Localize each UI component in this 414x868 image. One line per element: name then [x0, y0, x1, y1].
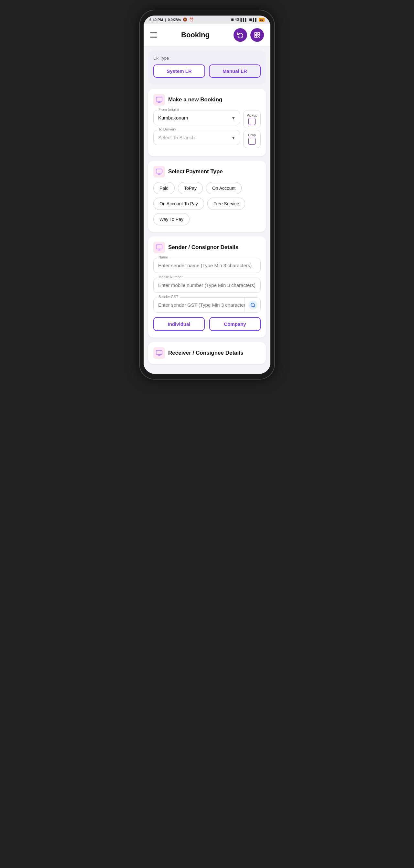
sender-section-header: Sender / Consignor Details: [153, 242, 261, 253]
booking-section-header: Make a new Booking: [153, 94, 261, 105]
payment-paid-button[interactable]: Paid: [153, 182, 175, 194]
status-bar: 6:40 PM | 0.0KB/s 🔕 ⏰ ▣ 4G ▌▌▌ ▣ ▌▌ 39: [144, 16, 270, 24]
status-left: 6:40 PM | 0.0KB/s 🔕 ⏰: [149, 18, 194, 22]
svg-rect-16: [156, 350, 162, 355]
refresh-button[interactable]: [234, 28, 247, 42]
svg-rect-5: [156, 97, 162, 101]
from-field-row: From (origin) Kumbakonam ▼ Pickup: [153, 110, 261, 130]
booking-section-title: Make a new Booking: [168, 96, 222, 103]
svg-rect-2: [255, 36, 257, 37]
sim2-icon: ▣: [249, 18, 252, 21]
sender-section-title: Sender / Consignor Details: [168, 244, 238, 251]
booking-section: Make a new Booking From (origin) Kumbako…: [148, 89, 266, 156]
payment-freeservice-button[interactable]: Free Service: [207, 197, 245, 210]
header-actions: [234, 28, 264, 42]
hamburger-line-3: [150, 37, 157, 37]
manual-lr-button[interactable]: Manual LR: [209, 64, 261, 78]
status-time: 6:40 PM: [149, 18, 163, 22]
sender-mobile-wrapper: Mobile Number: [153, 278, 261, 293]
status-speed: 0.0KB/s: [168, 18, 181, 22]
pickup-checkbox-inner: [248, 118, 255, 125]
company-button[interactable]: Company: [209, 317, 261, 331]
from-origin-select[interactable]: Kumbakonam: [153, 110, 240, 125]
to-delivery-select[interactable]: Select To Branch: [153, 130, 240, 145]
payment-waytopay-button[interactable]: Way To Pay: [153, 213, 189, 225]
pickup-checkbox[interactable]: Pickup: [243, 110, 261, 128]
svg-rect-8: [156, 169, 162, 173]
sender-mobile-label: Mobile Number: [157, 275, 184, 279]
phone-screen: 6:40 PM | 0.0KB/s 🔕 ⏰ ▣ 4G ▌▌▌ ▣ ▌▌ 39: [144, 16, 270, 374]
phone-shell: 6:40 PM | 0.0KB/s 🔕 ⏰ ▣ 4G ▌▌▌ ▣ ▌▌ 39: [139, 10, 275, 380]
payment-section-header: Select Payment Type: [153, 166, 261, 178]
to-field-label: To Delivery: [157, 127, 177, 131]
hamburger-line-2: [150, 35, 157, 36]
gst-search-icon: [248, 301, 257, 310]
gst-search-button[interactable]: [244, 297, 261, 313]
lr-type-label: LR Type: [153, 56, 261, 61]
sender-name-wrapper: Name: [153, 258, 261, 273]
signal-4g-icon: 4G: [235, 18, 239, 21]
signal-bars-2: ▌▌: [253, 18, 257, 21]
scroll-content: LR Type System LR Manual LR Make a new B…: [144, 46, 270, 374]
svg-rect-0: [255, 33, 257, 35]
menu-button[interactable]: [150, 32, 157, 37]
hamburger-line-1: [150, 32, 157, 33]
sender-mobile-input[interactable]: [153, 278, 261, 293]
receiver-section-preview: Receiver / Consignee Details: [148, 342, 266, 364]
signal-bars-1: ▌▌▌: [241, 18, 247, 21]
individual-button[interactable]: Individual: [153, 317, 205, 331]
payment-section-title: Select Payment Type: [168, 168, 223, 175]
receiver-section-title: Receiver / Consignee Details: [168, 350, 243, 356]
sender-name-label: Name: [157, 255, 169, 259]
booking-icon: [153, 94, 165, 105]
drop-label: Drop: [248, 133, 256, 137]
page-title: Booking: [181, 31, 210, 39]
to-field-row: To Delivery Select To Branch ▼ Drop: [153, 130, 261, 150]
svg-rect-1: [258, 33, 260, 35]
lr-type-section: LR Type System LR Manual LR: [148, 51, 266, 84]
receiver-icon: [153, 347, 165, 359]
status-network: |: [165, 18, 166, 22]
alarm-icon: ⏰: [189, 18, 194, 22]
payment-topay-button[interactable]: ToPay: [178, 182, 203, 194]
payment-icon: [153, 166, 165, 178]
from-field-label: From (origin): [157, 107, 180, 112]
from-field-wrapper: From (origin) Kumbakonam ▼: [153, 110, 240, 125]
payment-section: Select Payment Type Paid ToPay On Accoun…: [148, 161, 266, 232]
sender-section: Sender / Consignor Details Name Mobile N…: [148, 237, 266, 338]
entity-type-buttons: Individual Company: [153, 317, 261, 331]
to-field-wrapper: To Delivery Select To Branch ▼: [153, 130, 240, 145]
status-right: ▣ 4G ▌▌▌ ▣ ▌▌ 39: [231, 18, 265, 22]
sender-icon: [153, 242, 165, 253]
battery-icon: 39: [259, 18, 265, 22]
drop-checkbox[interactable]: Drop: [243, 130, 261, 148]
sender-gst-label: Sender GST: [157, 295, 179, 299]
payment-buttons-group: Paid ToPay On Account On Account To Pay …: [153, 182, 261, 225]
mute-icon: 🔕: [183, 18, 187, 22]
payment-onaccount-button[interactable]: On Account: [206, 182, 242, 194]
sender-name-input[interactable]: [153, 258, 261, 273]
payment-onaccounttopay-button[interactable]: On Account To Pay: [153, 197, 204, 210]
sender-gst-wrapper: Sender GST: [153, 297, 261, 313]
svg-rect-11: [156, 245, 162, 249]
svg-line-15: [254, 306, 255, 307]
system-lr-button[interactable]: System LR: [153, 64, 205, 78]
drop-checkbox-inner: [248, 138, 255, 145]
scan-button[interactable]: [250, 28, 264, 42]
app-header: Booking: [144, 24, 270, 46]
pickup-label: Pickup: [246, 113, 257, 117]
sim1-icon: ▣: [231, 18, 234, 21]
lr-type-buttons: System LR Manual LR: [153, 64, 261, 78]
